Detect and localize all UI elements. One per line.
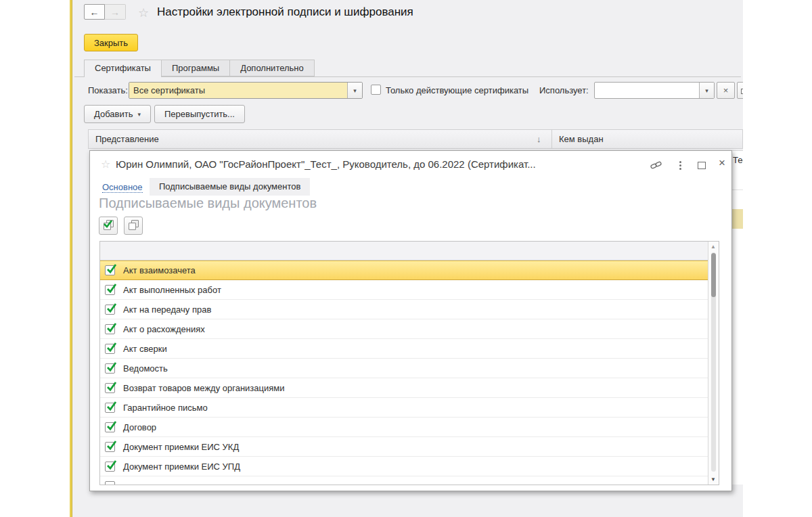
copy-link-icon[interactable] bbox=[649, 159, 662, 171]
checkbox-checked[interactable] bbox=[105, 422, 115, 432]
doc-kind-label: Акт о расхождениях bbox=[123, 324, 205, 334]
scroll-up-icon[interactable]: ▲ bbox=[710, 244, 716, 250]
checkbox-checked[interactable] bbox=[105, 344, 115, 354]
list-item[interactable]: Акт взаимозачета bbox=[100, 261, 708, 280]
checkbox-checked[interactable] bbox=[105, 462, 115, 472]
doc-kind-label: Акт сверки bbox=[123, 344, 167, 354]
checkbox-checked[interactable] bbox=[105, 442, 115, 452]
doc-kind-label: Акт на передачу прав bbox=[123, 305, 211, 315]
uses-field[interactable]: ▾ bbox=[594, 82, 715, 99]
doc-kind-label: Акт выполненных работ bbox=[123, 285, 221, 295]
maximize-icon[interactable] bbox=[695, 159, 708, 171]
cert-table-header[interactable]: Представление ↓ Кем выдан bbox=[88, 129, 743, 149]
list-item[interactable]: Документ приемки ЕИС УКД bbox=[100, 437, 708, 457]
chevron-down-icon[interactable]: ▾ bbox=[347, 83, 362, 98]
doc-kind-label: Договор bbox=[123, 422, 156, 432]
doc-kind-label: Гарантийное письмо bbox=[123, 403, 208, 413]
favorite-star-icon[interactable]: ☆ bbox=[101, 158, 110, 171]
checkbox-checked[interactable] bbox=[105, 324, 115, 334]
tab-programs[interactable]: Программы bbox=[161, 60, 230, 76]
list-item[interactable]: Договор bbox=[100, 418, 708, 437]
window-accent-strip bbox=[70, 0, 72, 517]
list-item[interactable]: Акт на передачу прав bbox=[100, 300, 708, 319]
scroll-down-icon[interactable]: ▼ bbox=[710, 476, 716, 482]
cert-table-peek: Тест bbox=[732, 150, 743, 485]
tab-additional[interactable]: Дополнительно bbox=[229, 60, 315, 76]
doc-kind-label: Документ приемки ЕИС УКД bbox=[123, 442, 239, 452]
dialog-title: Юрин Олимпий, ОАО "ГосРайонПроект"_Тест_… bbox=[116, 158, 646, 170]
doc-kind-label: Возврат товаров между организациями bbox=[123, 383, 285, 393]
certificate-dialog: ☆ Юрин Олимпий, ОАО "ГосРайонПроект"_Тес… bbox=[89, 150, 732, 491]
checkbox-checked[interactable] bbox=[105, 265, 115, 275]
uses-label: Использует: bbox=[539, 85, 589, 95]
row-divider bbox=[732, 189, 743, 190]
nav-history-group: ← → bbox=[84, 4, 126, 20]
checkbox-checked[interactable] bbox=[105, 403, 115, 413]
column-divider[interactable] bbox=[551, 130, 552, 148]
show-combobox-value[interactable]: Все сертификаты bbox=[129, 83, 347, 98]
uses-choose-button[interactable] bbox=[737, 82, 743, 99]
list-item-partial[interactable] bbox=[100, 476, 708, 485]
show-combobox[interactable]: Все сертификаты ▾ bbox=[129, 82, 363, 99]
list-item[interactable]: Возврат товаров между организациями bbox=[100, 378, 708, 398]
add-button[interactable]: Добавить ▾ bbox=[84, 105, 151, 123]
dialog-section-heading: Подписываемые виды документов bbox=[99, 196, 317, 211]
back-icon[interactable]: ← bbox=[84, 4, 105, 20]
checkbox-checked[interactable] bbox=[105, 363, 115, 374]
only-valid-checkbox[interactable] bbox=[371, 85, 381, 95]
chevron-down-icon[interactable]: ▾ bbox=[699, 83, 714, 98]
maximize-box bbox=[698, 162, 706, 169]
uses-field-value[interactable] bbox=[595, 83, 699, 98]
doc-list-header[interactable] bbox=[100, 242, 708, 261]
checkbox-checked[interactable] bbox=[105, 481, 115, 485]
close-icon[interactable]: × bbox=[715, 157, 729, 169]
checkbox-checked[interactable] bbox=[105, 383, 115, 393]
doc-kinds-list: Акт взаимозачета Акт выполненных работ А… bbox=[99, 241, 719, 485]
reissue-button[interactable]: Перевыпустить... bbox=[154, 105, 245, 123]
forward-icon[interactable]: → bbox=[105, 4, 126, 20]
chevron-down-icon: ▾ bbox=[137, 111, 141, 118]
list-item[interactable]: Акт о расхождениях bbox=[100, 319, 708, 339]
vertical-dots bbox=[679, 161, 681, 170]
list-item[interactable]: Документ приемки ЕИС УПД bbox=[100, 457, 708, 476]
show-label: Показать: bbox=[88, 85, 128, 95]
main-tabbar: Сертификаты Программы Дополнительно bbox=[84, 60, 314, 77]
doc-kind-label: Ведомость bbox=[123, 363, 168, 374]
favorite-star-icon[interactable]: ☆ bbox=[138, 5, 149, 20]
selected-row-sliver bbox=[732, 209, 743, 229]
checkbox-checked[interactable] bbox=[105, 285, 115, 295]
tab-certificates[interactable]: Сертификаты bbox=[84, 60, 162, 77]
list-item[interactable]: Гарантийное письмо bbox=[100, 398, 708, 418]
more-actions-icon[interactable] bbox=[673, 159, 687, 171]
list-item[interactable]: Ведомость bbox=[100, 359, 708, 378]
add-button-label: Добавить bbox=[94, 109, 133, 119]
doc-kind-label: Акт взаимозачета bbox=[123, 265, 196, 275]
dialog-tab-main[interactable]: Основное bbox=[102, 182, 143, 193]
list-item[interactable]: Акт сверки bbox=[100, 339, 708, 359]
scrollbar-thumb[interactable] bbox=[711, 253, 716, 297]
sort-desc-icon: ↓ bbox=[537, 134, 541, 144]
list-scrollbar[interactable]: ▲ ▼ bbox=[708, 242, 719, 485]
column-issuer[interactable]: Кем выдан bbox=[559, 134, 604, 144]
clear-icon: × bbox=[723, 85, 729, 95]
doc-kind-label: Документ приемки ЕИС УПД bbox=[123, 462, 240, 472]
uses-clear-button[interactable]: × bbox=[717, 82, 735, 99]
dialog-tab-doc-kinds[interactable]: Подписываемые виды документов bbox=[150, 178, 310, 196]
doc-list-rows: Акт взаимозачета Акт выполненных работ А… bbox=[100, 261, 708, 485]
check-all-button[interactable] bbox=[99, 217, 118, 235]
page-title: Настройки электронной подписи и шифрован… bbox=[157, 5, 413, 19]
list-item[interactable]: Акт выполненных работ bbox=[100, 280, 708, 300]
close-form-button[interactable]: Закрыть bbox=[84, 34, 138, 51]
column-view[interactable]: Представление bbox=[95, 134, 159, 144]
only-valid-label[interactable]: Только действующие сертификаты bbox=[386, 85, 528, 95]
cert-issuer-cell: Тест bbox=[733, 155, 743, 165]
uncheck-all-button[interactable] bbox=[124, 217, 143, 235]
checkbox-checked[interactable] bbox=[105, 305, 115, 315]
choose-from-list-icon bbox=[741, 87, 743, 95]
